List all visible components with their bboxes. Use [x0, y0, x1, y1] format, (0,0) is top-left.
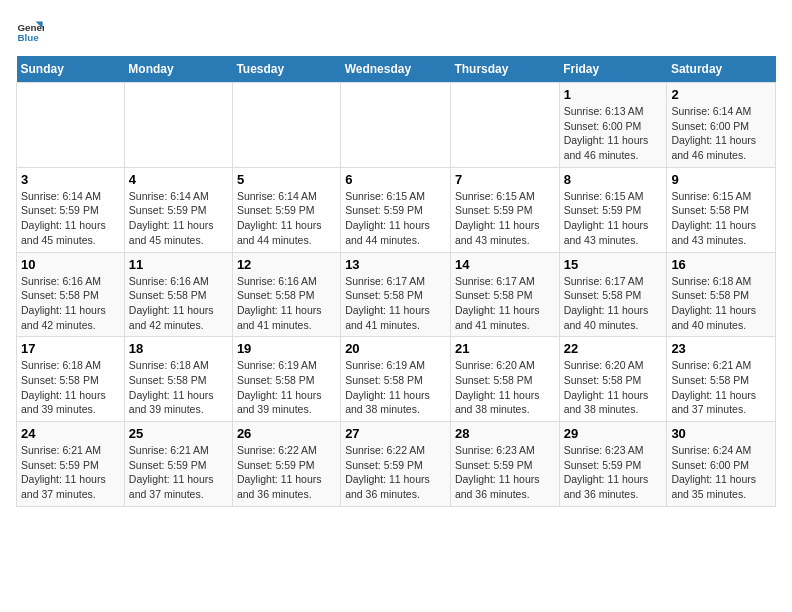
- weekday-header: Saturday: [667, 56, 776, 83]
- calendar-cell: 26Sunrise: 6:22 AM Sunset: 5:59 PM Dayli…: [232, 422, 340, 507]
- calendar-week: 10Sunrise: 6:16 AM Sunset: 5:58 PM Dayli…: [17, 252, 776, 337]
- day-info: Sunrise: 6:21 AM Sunset: 5:59 PM Dayligh…: [21, 443, 120, 502]
- day-info: Sunrise: 6:14 AM Sunset: 5:59 PM Dayligh…: [21, 189, 120, 248]
- calendar-cell: 11Sunrise: 6:16 AM Sunset: 5:58 PM Dayli…: [124, 252, 232, 337]
- calendar-cell: 15Sunrise: 6:17 AM Sunset: 5:58 PM Dayli…: [559, 252, 667, 337]
- weekday-header: Wednesday: [341, 56, 451, 83]
- logo-icon: General Blue: [16, 16, 44, 44]
- calendar-cell: 20Sunrise: 6:19 AM Sunset: 5:58 PM Dayli…: [341, 337, 451, 422]
- calendar-cell: 23Sunrise: 6:21 AM Sunset: 5:58 PM Dayli…: [667, 337, 776, 422]
- day-number: 19: [237, 341, 336, 356]
- day-number: 23: [671, 341, 771, 356]
- day-info: Sunrise: 6:24 AM Sunset: 6:00 PM Dayligh…: [671, 443, 771, 502]
- calendar-cell: 17Sunrise: 6:18 AM Sunset: 5:58 PM Dayli…: [17, 337, 125, 422]
- day-info: Sunrise: 6:15 AM Sunset: 5:59 PM Dayligh…: [564, 189, 663, 248]
- svg-text:Blue: Blue: [17, 32, 39, 43]
- calendar-cell: 16Sunrise: 6:18 AM Sunset: 5:58 PM Dayli…: [667, 252, 776, 337]
- calendar-cell: [341, 83, 451, 168]
- day-info: Sunrise: 6:17 AM Sunset: 5:58 PM Dayligh…: [345, 274, 446, 333]
- day-number: 4: [129, 172, 228, 187]
- day-info: Sunrise: 6:18 AM Sunset: 5:58 PM Dayligh…: [671, 274, 771, 333]
- day-info: Sunrise: 6:21 AM Sunset: 5:59 PM Dayligh…: [129, 443, 228, 502]
- calendar-cell: 22Sunrise: 6:20 AM Sunset: 5:58 PM Dayli…: [559, 337, 667, 422]
- day-number: 21: [455, 341, 555, 356]
- day-number: 10: [21, 257, 120, 272]
- day-info: Sunrise: 6:20 AM Sunset: 5:58 PM Dayligh…: [455, 358, 555, 417]
- day-info: Sunrise: 6:19 AM Sunset: 5:58 PM Dayligh…: [237, 358, 336, 417]
- day-info: Sunrise: 6:17 AM Sunset: 5:58 PM Dayligh…: [455, 274, 555, 333]
- calendar-cell: 28Sunrise: 6:23 AM Sunset: 5:59 PM Dayli…: [450, 422, 559, 507]
- day-info: Sunrise: 6:14 AM Sunset: 6:00 PM Dayligh…: [671, 104, 771, 163]
- day-number: 22: [564, 341, 663, 356]
- day-number: 20: [345, 341, 446, 356]
- calendar-cell: 3Sunrise: 6:14 AM Sunset: 5:59 PM Daylig…: [17, 167, 125, 252]
- calendar-week: 1Sunrise: 6:13 AM Sunset: 6:00 PM Daylig…: [17, 83, 776, 168]
- day-number: 2: [671, 87, 771, 102]
- day-number: 11: [129, 257, 228, 272]
- calendar-cell: 8Sunrise: 6:15 AM Sunset: 5:59 PM Daylig…: [559, 167, 667, 252]
- day-info: Sunrise: 6:22 AM Sunset: 5:59 PM Dayligh…: [345, 443, 446, 502]
- day-number: 14: [455, 257, 555, 272]
- day-number: 5: [237, 172, 336, 187]
- calendar-cell: 25Sunrise: 6:21 AM Sunset: 5:59 PM Dayli…: [124, 422, 232, 507]
- day-info: Sunrise: 6:15 AM Sunset: 5:58 PM Dayligh…: [671, 189, 771, 248]
- day-number: 3: [21, 172, 120, 187]
- calendar-cell: [232, 83, 340, 168]
- day-number: 28: [455, 426, 555, 441]
- weekday-header: Monday: [124, 56, 232, 83]
- calendar-cell: 12Sunrise: 6:16 AM Sunset: 5:58 PM Dayli…: [232, 252, 340, 337]
- calendar-cell: 24Sunrise: 6:21 AM Sunset: 5:59 PM Dayli…: [17, 422, 125, 507]
- calendar-cell: 29Sunrise: 6:23 AM Sunset: 5:59 PM Dayli…: [559, 422, 667, 507]
- weekday-header: Thursday: [450, 56, 559, 83]
- calendar-header: SundayMondayTuesdayWednesdayThursdayFrid…: [17, 56, 776, 83]
- day-number: 13: [345, 257, 446, 272]
- day-number: 12: [237, 257, 336, 272]
- calendar-cell: 18Sunrise: 6:18 AM Sunset: 5:58 PM Dayli…: [124, 337, 232, 422]
- calendar-cell: [124, 83, 232, 168]
- day-number: 26: [237, 426, 336, 441]
- day-number: 29: [564, 426, 663, 441]
- day-info: Sunrise: 6:19 AM Sunset: 5:58 PM Dayligh…: [345, 358, 446, 417]
- day-number: 6: [345, 172, 446, 187]
- day-info: Sunrise: 6:17 AM Sunset: 5:58 PM Dayligh…: [564, 274, 663, 333]
- header: General Blue: [16, 16, 776, 44]
- day-number: 15: [564, 257, 663, 272]
- calendar-cell: [17, 83, 125, 168]
- calendar-cell: 27Sunrise: 6:22 AM Sunset: 5:59 PM Dayli…: [341, 422, 451, 507]
- day-number: 18: [129, 341, 228, 356]
- logo: General Blue: [16, 16, 48, 44]
- day-info: Sunrise: 6:22 AM Sunset: 5:59 PM Dayligh…: [237, 443, 336, 502]
- day-number: 30: [671, 426, 771, 441]
- day-number: 27: [345, 426, 446, 441]
- day-info: Sunrise: 6:18 AM Sunset: 5:58 PM Dayligh…: [21, 358, 120, 417]
- day-info: Sunrise: 6:16 AM Sunset: 5:58 PM Dayligh…: [21, 274, 120, 333]
- day-info: Sunrise: 6:18 AM Sunset: 5:58 PM Dayligh…: [129, 358, 228, 417]
- calendar-cell: 14Sunrise: 6:17 AM Sunset: 5:58 PM Dayli…: [450, 252, 559, 337]
- day-info: Sunrise: 6:15 AM Sunset: 5:59 PM Dayligh…: [455, 189, 555, 248]
- day-number: 7: [455, 172, 555, 187]
- calendar-week: 17Sunrise: 6:18 AM Sunset: 5:58 PM Dayli…: [17, 337, 776, 422]
- day-info: Sunrise: 6:15 AM Sunset: 5:59 PM Dayligh…: [345, 189, 446, 248]
- weekday-header: Tuesday: [232, 56, 340, 83]
- day-number: 25: [129, 426, 228, 441]
- calendar-cell: 10Sunrise: 6:16 AM Sunset: 5:58 PM Dayli…: [17, 252, 125, 337]
- day-info: Sunrise: 6:13 AM Sunset: 6:00 PM Dayligh…: [564, 104, 663, 163]
- calendar-cell: 21Sunrise: 6:20 AM Sunset: 5:58 PM Dayli…: [450, 337, 559, 422]
- calendar-cell: 19Sunrise: 6:19 AM Sunset: 5:58 PM Dayli…: [232, 337, 340, 422]
- day-info: Sunrise: 6:14 AM Sunset: 5:59 PM Dayligh…: [237, 189, 336, 248]
- day-number: 9: [671, 172, 771, 187]
- calendar-cell: 5Sunrise: 6:14 AM Sunset: 5:59 PM Daylig…: [232, 167, 340, 252]
- day-number: 24: [21, 426, 120, 441]
- calendar-cell: [450, 83, 559, 168]
- calendar-cell: 1Sunrise: 6:13 AM Sunset: 6:00 PM Daylig…: [559, 83, 667, 168]
- day-info: Sunrise: 6:21 AM Sunset: 5:58 PM Dayligh…: [671, 358, 771, 417]
- calendar-cell: 30Sunrise: 6:24 AM Sunset: 6:00 PM Dayli…: [667, 422, 776, 507]
- day-info: Sunrise: 6:23 AM Sunset: 5:59 PM Dayligh…: [564, 443, 663, 502]
- day-info: Sunrise: 6:14 AM Sunset: 5:59 PM Dayligh…: [129, 189, 228, 248]
- calendar-cell: 7Sunrise: 6:15 AM Sunset: 5:59 PM Daylig…: [450, 167, 559, 252]
- day-info: Sunrise: 6:16 AM Sunset: 5:58 PM Dayligh…: [237, 274, 336, 333]
- calendar-week: 24Sunrise: 6:21 AM Sunset: 5:59 PM Dayli…: [17, 422, 776, 507]
- day-number: 17: [21, 341, 120, 356]
- day-number: 16: [671, 257, 771, 272]
- calendar-cell: 6Sunrise: 6:15 AM Sunset: 5:59 PM Daylig…: [341, 167, 451, 252]
